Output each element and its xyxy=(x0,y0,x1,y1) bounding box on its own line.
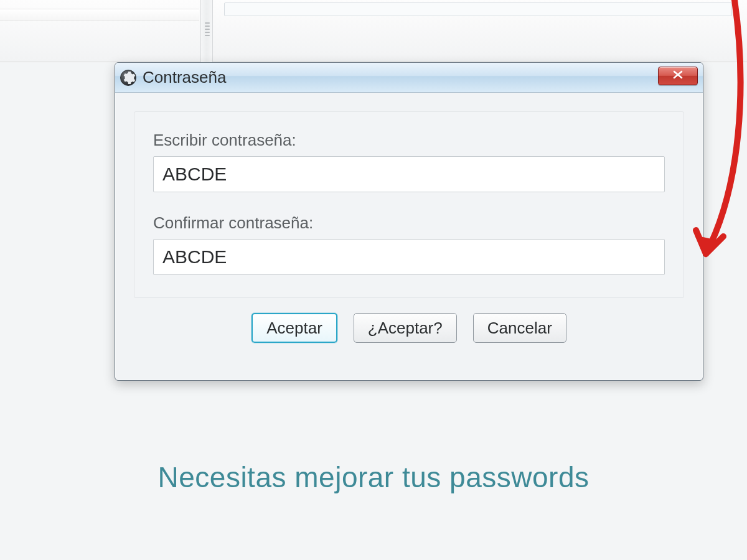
fields-group: Escribir contraseña: Confirmar contraseñ… xyxy=(134,111,684,298)
accept-button[interactable]: Aceptar xyxy=(251,313,337,343)
caption-text: Necesitas mejorar tus passwords xyxy=(0,460,747,494)
confirm-password-label: Confirmar contraseña: xyxy=(153,213,665,233)
caption-band: Necesitas mejorar tus passwords xyxy=(0,460,747,494)
dialog-body: Escribir contraseña: Confirmar contraseñ… xyxy=(115,93,703,380)
password-dialog: Contraseña Escribir contraseña: Confirma… xyxy=(115,62,703,381)
background-empty-field xyxy=(224,2,732,16)
close-icon xyxy=(672,70,684,82)
dialog-button-row: Aceptar ¿Aceptar? Cancelar xyxy=(134,298,684,362)
dialog-titlebar[interactable]: Contraseña xyxy=(115,63,703,93)
password-input[interactable] xyxy=(153,156,665,192)
gear-icon xyxy=(120,70,136,86)
background-toolbar xyxy=(0,0,747,62)
accept-question-button[interactable]: ¿Aceptar? xyxy=(354,313,457,343)
dialog-title: Contraseña xyxy=(143,68,226,87)
splitter-rail[interactable] xyxy=(200,0,213,63)
confirm-password-input[interactable] xyxy=(153,239,665,275)
close-button[interactable] xyxy=(658,67,698,85)
background-left-strip xyxy=(0,9,199,21)
password-label: Escribir contraseña: xyxy=(153,131,665,150)
cancel-button[interactable]: Cancelar xyxy=(473,313,566,343)
splitter-grip-icon xyxy=(204,22,210,41)
